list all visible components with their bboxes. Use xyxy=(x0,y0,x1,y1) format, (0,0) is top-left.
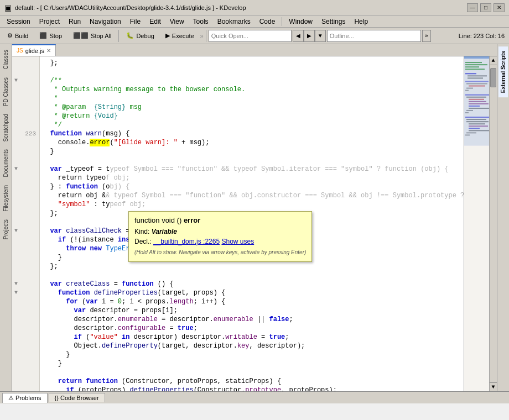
debug-icon: 🐛 xyxy=(126,32,134,39)
code-line: return typeof obj; xyxy=(40,174,464,182)
fold-marker xyxy=(12,297,20,306)
code-line: /** xyxy=(40,76,464,85)
fold-marker[interactable]: ▼ xyxy=(12,227,20,235)
scroll-down-button[interactable]: ▼ xyxy=(490,382,497,391)
sidebar-item-pd-classes[interactable]: PD Classes xyxy=(1,74,11,109)
stop-all-icon: ⬛⬛ xyxy=(73,32,89,39)
fold-marker xyxy=(12,156,20,165)
fold-marker xyxy=(12,138,20,147)
fold-marker xyxy=(12,112,20,120)
sidebar-item-scratchpad[interactable]: Scratchpad xyxy=(1,111,11,145)
code-content[interactable]: }; /** * Outputs warning message to the … xyxy=(40,56,464,391)
code-line: } : function (obj) { xyxy=(40,182,464,191)
scrollbar[interactable]: ▲ ▼ xyxy=(489,56,497,391)
fold-marker[interactable]: ▼ xyxy=(12,288,20,297)
menu-separator xyxy=(282,17,282,26)
code-line: var descriptor = props[i]; xyxy=(40,306,464,315)
code-line: * @return {Void} xyxy=(40,112,464,120)
code-line xyxy=(40,271,464,280)
toolbar-more-button[interactable]: » xyxy=(422,30,431,42)
scroll-thumb[interactable] xyxy=(490,68,496,87)
bottom-tab-bar: ⚠ Problems {} Code Browser xyxy=(0,391,509,403)
fold-marker xyxy=(12,377,20,386)
fold-marker xyxy=(12,315,20,324)
fold-marker xyxy=(12,218,20,227)
tab-close-button[interactable]: ✕ xyxy=(46,48,51,54)
code-line xyxy=(40,67,464,76)
menu-navigation[interactable]: Navigation xyxy=(85,17,126,27)
window-title: default: - [ C:/Users/WDAGUtilityAccount… xyxy=(15,4,246,11)
sidebar-item-documents[interactable]: Documents xyxy=(1,146,11,181)
menu-edit[interactable]: Edit xyxy=(145,17,165,27)
menu-settings[interactable]: Settings xyxy=(317,17,350,27)
code-line: descriptor.configurable = true; xyxy=(40,324,464,333)
scroll-track[interactable] xyxy=(490,65,497,382)
scroll-up-button[interactable]: ▲ xyxy=(490,56,497,65)
menu-help[interactable]: Help xyxy=(350,17,372,27)
fold-marker[interactable]: ▼ xyxy=(12,165,20,174)
nav-dropdown-button[interactable]: ▼ xyxy=(315,30,326,42)
menu-bookmarks[interactable]: Bookmarks xyxy=(213,17,255,27)
code-line: if (protoProps) defineProperties(Constru… xyxy=(40,386,464,391)
code-line: for (var i = 0; i < props.length; i++) { xyxy=(40,297,464,306)
fold-marker xyxy=(12,103,20,112)
fold-marker xyxy=(12,253,20,262)
code-browser-icon: {} xyxy=(55,395,59,401)
menu-code[interactable]: Code xyxy=(255,17,280,27)
tab-problems[interactable]: ⚠ Problems xyxy=(2,393,48,403)
build-icon: ⚙ xyxy=(7,32,13,39)
fold-marker xyxy=(12,85,20,94)
tab-code-browser[interactable]: {} Code Browser xyxy=(49,393,105,402)
titlebar-controls[interactable]: — □ ✕ xyxy=(467,3,505,12)
fold-marker xyxy=(12,129,20,138)
fold-marker xyxy=(12,174,20,182)
code-line: console.error("[Glide warn]: " + msg); xyxy=(40,138,464,147)
fold-marker xyxy=(12,333,20,342)
menu-window[interactable]: Window xyxy=(284,17,317,27)
sidebar-item-filesystem[interactable]: Filesystem xyxy=(1,182,11,215)
build-button[interactable]: ⚙ Build xyxy=(2,29,33,43)
menu-project[interactable]: Project xyxy=(35,17,64,27)
fold-marker xyxy=(12,147,20,156)
code-line: function defineProperties(target, props)… xyxy=(40,288,464,297)
stop-all-button[interactable]: ⬛⬛ Stop All xyxy=(68,29,116,43)
fold-marker xyxy=(12,182,20,191)
menu-file[interactable]: File xyxy=(126,17,145,27)
maximize-button[interactable]: □ xyxy=(480,3,491,12)
right-panel: ▲ ▼ xyxy=(464,56,497,391)
code-line: } xyxy=(40,147,464,156)
sidebar-item-external-scripts[interactable]: External Scripts xyxy=(498,46,508,97)
menu-view[interactable]: View xyxy=(165,17,189,27)
fold-marker[interactable] xyxy=(12,59,20,67)
svg-rect-32 xyxy=(464,56,489,59)
menu-tools[interactable]: Tools xyxy=(189,17,213,27)
close-button[interactable]: ✕ xyxy=(494,3,505,12)
outline-input[interactable] xyxy=(327,30,421,42)
fold-marker xyxy=(12,359,20,368)
menu-run[interactable]: Run xyxy=(64,17,85,27)
svg-rect-31 xyxy=(464,56,489,146)
tooltip-kind-value: Variable xyxy=(152,228,177,235)
tooltip-show-uses-link[interactable]: Show uses xyxy=(221,238,254,245)
code-line: if ("value" in descriptor) descriptor.wr… xyxy=(40,333,464,342)
nav-back-button[interactable]: ◀ xyxy=(293,30,304,42)
fold-marker[interactable]: ▼ xyxy=(12,280,20,288)
minimize-button[interactable]: — xyxy=(467,3,478,12)
tab-glidejs[interactable]: JS glide.js ✕ xyxy=(12,44,56,56)
minimap-svg xyxy=(464,56,489,391)
quick-open-input[interactable] xyxy=(209,30,292,42)
problems-label: Problems xyxy=(15,395,41,401)
tooltip-decl-link[interactable]: __builtin_dom.js :2265 xyxy=(153,238,220,245)
debug-button[interactable]: 🐛 Debug xyxy=(121,29,159,43)
execute-button[interactable]: ▶ Execute xyxy=(160,29,199,43)
stop-button[interactable]: ⬛ Stop xyxy=(34,29,67,43)
menu-session[interactable]: Session xyxy=(2,17,35,27)
code-line: var createClass = function () { xyxy=(40,280,464,288)
sidebar-item-classes[interactable]: Classes xyxy=(1,46,11,73)
sidebar-item-projects[interactable]: Projects xyxy=(1,216,11,243)
toolbar-separator-1 xyxy=(118,30,119,42)
tooltip-hint: (Hold Alt to show. Navigate via arrow ke… xyxy=(134,248,306,257)
nav-forward-button[interactable]: ▶ xyxy=(304,30,315,42)
fold-marker[interactable]: ▼ xyxy=(12,76,20,85)
tooltip-decl: Decl.: __builtin_dom.js :2265 Show uses xyxy=(134,237,306,246)
